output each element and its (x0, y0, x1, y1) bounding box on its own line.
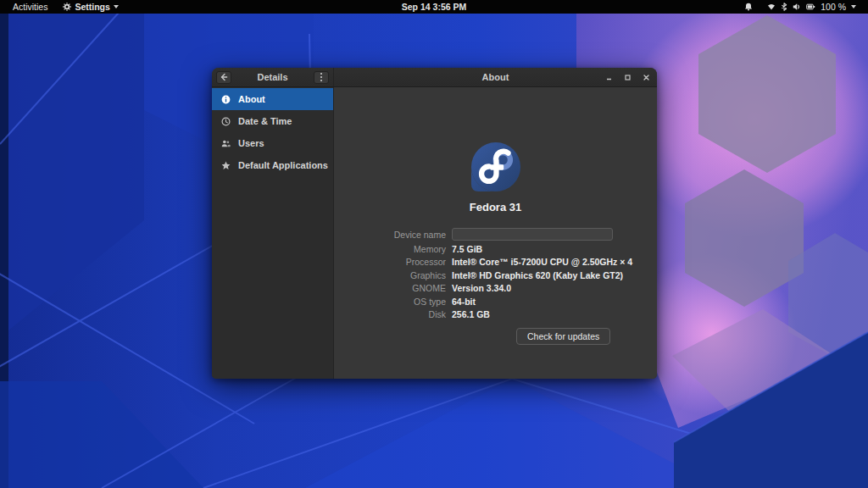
info-row-value: Version 3.34.0 (452, 283, 652, 293)
users-icon (221, 139, 231, 148)
window-controls (604, 68, 652, 86)
headerbar-left: Details (212, 68, 334, 86)
info-row-value: 256.1 GB (452, 309, 652, 319)
kebab-menu-icon (320, 72, 323, 82)
device-name-label: Device name (339, 230, 446, 240)
close-button[interactable] (641, 72, 652, 83)
info-row-label: Processor (339, 257, 446, 267)
info-row-value: Intel® HD Graphics 620 (Kaby Lake GT2) (452, 270, 652, 280)
system-menu[interactable]: 100 % (760, 0, 863, 14)
sidebar-item-label: Date & Time (238, 116, 292, 126)
app-menu-settings[interactable]: Settings (55, 0, 125, 14)
sidebar-item-label: About (238, 94, 265, 104)
info-row-value: 7.5 GiB (452, 244, 652, 254)
sidebar-item-label: Default Applications (238, 160, 328, 170)
star-icon (221, 161, 231, 170)
details-sidebar: About Date & Time (212, 87, 334, 379)
network-wifi-icon (767, 3, 776, 11)
sidebar-item-date-time[interactable]: Date & Time (212, 110, 333, 132)
back-button[interactable] (216, 71, 231, 84)
settings-window: Details About (212, 68, 657, 379)
activities-button[interactable]: Activities (5, 0, 55, 14)
battery-icon (806, 3, 815, 11)
headerbar-right: About (334, 68, 657, 86)
device-name-input[interactable] (452, 228, 613, 241)
top-bar: Activities Settings Sep 14 3:56 PM (0, 0, 868, 14)
bluetooth-icon (781, 3, 787, 11)
headerbar[interactable]: Details About (212, 68, 657, 87)
sidebar-item-about[interactable]: About (212, 88, 333, 110)
about-pane: Fedora 31 Device name Memory 7.5 GiB Pro… (334, 87, 657, 379)
chevron-down-icon (851, 5, 856, 8)
sidebar-item-label: Users (238, 138, 264, 148)
fedora-logo-icon (470, 141, 522, 193)
info-row-label: GNOME (339, 283, 446, 293)
maximize-button[interactable] (622, 72, 633, 83)
activities-label: Activities (13, 2, 47, 12)
panel-title: Details (231, 72, 314, 82)
app-menu-label: Settings (75, 2, 109, 12)
info-row-label: Graphics (339, 270, 446, 280)
minimize-button[interactable] (604, 72, 615, 83)
gear-icon (63, 3, 71, 11)
info-row-label: Memory (339, 244, 446, 254)
sidebar-item-users[interactable]: Users (212, 132, 333, 154)
window-title: About (482, 72, 509, 82)
chevron-down-icon (114, 5, 119, 8)
clock-icon (221, 117, 231, 126)
info-row-value: Intel® Core™ i5-7200U CPU @ 2.50GHz × 4 (452, 257, 652, 267)
sidebar-item-default-applications[interactable]: Default Applications (212, 154, 333, 176)
system-info: Device name Memory 7.5 GiB Processor Int… (339, 228, 652, 345)
info-row-value: 64-bit (452, 297, 652, 307)
info-row-label: Disk (339, 309, 446, 319)
distro-name: Fedora 31 (470, 201, 521, 214)
notifications-button[interactable] (737, 0, 760, 14)
check-updates-button[interactable]: Check for updates (516, 328, 610, 345)
volume-icon (793, 3, 801, 11)
battery-percent: 100 % (821, 2, 846, 12)
clock[interactable]: Sep 14 3:56 PM (402, 0, 466, 14)
info-icon (221, 95, 231, 104)
menu-button[interactable] (314, 71, 329, 84)
bell-icon (744, 3, 753, 11)
info-row-label: OS type (339, 297, 446, 307)
